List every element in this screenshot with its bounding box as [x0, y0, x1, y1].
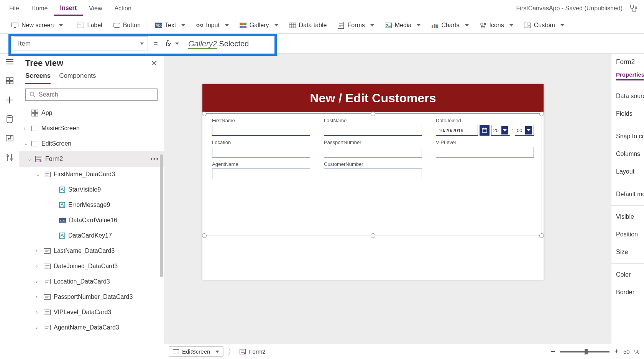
tree-node-datejoined-card[interactable]: › DateJoined_DataCard3 — [19, 259, 164, 274]
resize-handle[interactable] — [371, 111, 375, 116]
chevron-right-icon[interactable]: › — [24, 126, 28, 131]
agent-input[interactable] — [212, 169, 310, 179]
location-input[interactable] — [212, 147, 310, 157]
form2-selection[interactable]: FirstName LastName DateJoined 10/20/2019… — [204, 113, 542, 236]
tree-node-vip-card[interactable]: › VIPLevel_DataCard3 — [19, 305, 164, 320]
resize-handle[interactable] — [539, 111, 544, 116]
prop-data-source[interactable]: Data source — [614, 87, 641, 105]
resize-handle[interactable] — [539, 233, 544, 238]
prop-position[interactable]: Position — [614, 226, 641, 243]
tree-node-errormessage[interactable]: ErrorMessage9 — [19, 197, 164, 213]
chevron-right-icon[interactable]: › — [36, 325, 41, 330]
zoom-out-button[interactable]: − — [551, 347, 555, 356]
new-screen-button[interactable]: New screen — [6, 21, 68, 30]
tree-body[interactable]: App › MasterScreen ⌄ EditScreen ⌄ Form2 … — [19, 105, 164, 344]
tree-node-datacardkey[interactable]: DataCardKey17 — [19, 228, 164, 243]
chevron-right-icon[interactable]: › — [36, 294, 41, 300]
date-input[interactable]: 10/20/2019 — [436, 125, 478, 136]
tree-node-masterscreen[interactable]: › MasterScreen — [19, 121, 164, 136]
menu-home[interactable]: Home — [25, 2, 54, 15]
media-panel-icon[interactable] — [5, 134, 14, 143]
tree-view-icon[interactable] — [5, 77, 14, 85]
chevron-down-icon — [225, 24, 229, 26]
tree-node-app[interactable]: App — [19, 105, 164, 121]
property-dropdown[interactable]: Item — [14, 36, 148, 51]
charts-icon — [431, 22, 438, 29]
tree-node-lastname-card[interactable]: › LastName_DataCard3 — [19, 243, 164, 259]
prop-snap[interactable]: Snap to columns — [614, 128, 641, 145]
menu-insert[interactable]: Insert — [54, 2, 83, 16]
prop-columns[interactable]: Columns — [614, 145, 641, 163]
menu-action[interactable]: Action — [108, 2, 137, 15]
forms-dropdown[interactable]: Forms — [332, 21, 379, 30]
prop-size[interactable]: Size — [614, 243, 641, 261]
prop-layout[interactable]: Layout — [614, 163, 641, 180]
media-dropdown[interactable]: Media — [380, 21, 426, 30]
custom-dropdown[interactable]: Custom — [519, 21, 570, 30]
forms-icon — [337, 22, 344, 29]
vip-input[interactable] — [436, 147, 534, 157]
charts-dropdown[interactable]: Charts — [426, 21, 474, 30]
icons-dropdown[interactable]: Icons — [474, 21, 519, 30]
chevron-right-icon[interactable]: › — [36, 279, 41, 284]
chevron-right-icon[interactable]: › — [36, 248, 41, 254]
scrollbar-thumb[interactable] — [160, 154, 163, 277]
svg-point-46 — [10, 136, 11, 137]
tree-node-passport-card[interactable]: › PassportNumber_DataCard3 — [19, 289, 164, 305]
hour-dropdown[interactable]: 20 — [491, 125, 510, 136]
prop-visible[interactable]: Visible — [614, 208, 641, 226]
prop-border[interactable]: Border — [614, 284, 641, 301]
zoom-in-button[interactable]: + — [614, 347, 619, 356]
chevron-right-icon[interactable]: › — [36, 310, 41, 315]
label-button[interactable]: Label — [72, 21, 107, 30]
chevron-down-icon[interactable]: ⌄ — [36, 172, 41, 177]
breadcrumb-editscreen[interactable]: EditScreen — [169, 346, 223, 357]
fx-button[interactable]: fx — [163, 39, 182, 49]
lastname-input[interactable] — [324, 125, 422, 136]
data-table-button[interactable]: Data table — [284, 21, 332, 30]
menu-file[interactable]: File — [3, 2, 25, 15]
resize-handle[interactable] — [371, 233, 375, 238]
properties-tab[interactable]: Properties — [616, 71, 644, 80]
tree-node-agent-card[interactable]: › AgentName_DataCard3 — [19, 320, 164, 335]
passport-input[interactable] — [324, 147, 422, 157]
resize-handle[interactable] — [202, 111, 207, 116]
minute-dropdown[interactable]: 00 — [515, 125, 534, 136]
tree-node-datacardvalue[interactable]: abc DataCardValue16 — [19, 213, 164, 228]
resize-handle[interactable] — [202, 233, 207, 238]
formula-input[interactable]: Gallery2.Selected — [188, 39, 249, 48]
search-input[interactable] — [39, 91, 153, 98]
tree-search[interactable] — [25, 89, 158, 101]
button-button[interactable]: Button — [108, 21, 146, 30]
diagnostics-icon[interactable] — [629, 4, 638, 13]
gallery-dropdown[interactable]: Gallery — [234, 21, 284, 30]
chevron-right-icon[interactable]: › — [36, 264, 41, 269]
text-dropdown[interactable]: Abc Text — [150, 21, 191, 30]
chevron-down-icon[interactable]: ⌄ — [28, 156, 32, 162]
calendar-icon[interactable] — [480, 125, 490, 136]
tab-components[interactable]: Components — [59, 72, 96, 84]
tree-node-starvisible[interactable]: StarVisible9 — [19, 182, 164, 197]
zoom-slider[interactable] — [560, 351, 610, 352]
tab-screens[interactable]: Screens — [25, 72, 51, 84]
prop-fields[interactable]: Fields — [614, 105, 641, 123]
prop-color[interactable]: Color — [614, 266, 641, 284]
more-icon[interactable]: ••• — [150, 156, 159, 162]
tree-node-firstname-card[interactable]: ⌄ FirstName_DataCard3 — [19, 167, 164, 182]
advanced-tools-icon[interactable] — [5, 153, 14, 162]
prop-default-mode[interactable]: Default mode — [614, 185, 641, 203]
input-dropdown[interactable]: Input — [191, 21, 234, 30]
add-icon[interactable] — [5, 96, 14, 104]
tree-node-location-card[interactable]: › Location_DataCard3 — [19, 274, 164, 289]
breadcrumb-form2[interactable]: Form2 — [240, 348, 265, 355]
canvas[interactable]: New / Edit Customers FirstName LastName … — [164, 54, 611, 344]
data-icon[interactable] — [5, 115, 14, 123]
hamburger-icon[interactable] — [5, 57, 14, 66]
close-icon[interactable]: ✕ — [151, 59, 158, 68]
firstname-input[interactable] — [212, 125, 310, 136]
menu-view[interactable]: View — [83, 2, 108, 15]
tree-node-form2[interactable]: ⌄ Form2 ••• — [19, 151, 164, 167]
customerno-input[interactable] — [324, 169, 422, 179]
tree-node-editscreen[interactable]: ⌄ EditScreen — [19, 136, 164, 151]
chevron-down-icon[interactable]: ⌄ — [24, 141, 28, 146]
